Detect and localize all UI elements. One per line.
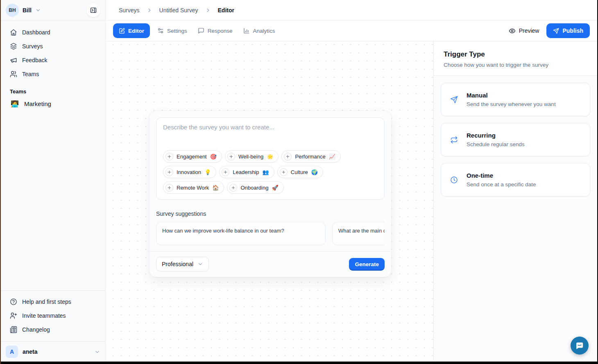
chip-emoji: 🚀	[272, 185, 278, 190]
home-icon	[10, 29, 17, 36]
panel-title: Trigger Type	[444, 50, 587, 59]
megaphone-icon	[10, 57, 17, 64]
send-icon	[553, 28, 559, 34]
chip-well-being[interactable]: Well-being 🌟	[225, 150, 279, 163]
preview-button[interactable]: Preview	[509, 27, 539, 34]
plus-icon	[222, 168, 229, 176]
tab-label: Editor	[128, 28, 144, 34]
help-circle-icon	[10, 298, 17, 305]
users-icon	[10, 70, 17, 78]
composer-footer: Professional Generate	[150, 251, 391, 277]
sidebar-spacer	[1, 111, 105, 290]
sidebar-item-label: Changelog	[22, 326, 50, 333]
sidebar: BH Bill Dashboard	[1, 0, 106, 362]
message-square-icon	[198, 27, 204, 34]
chip-label: Well-being	[238, 154, 263, 160]
plus-icon	[229, 184, 237, 192]
generate-button[interactable]: Generate	[349, 258, 385, 271]
chip-culture[interactable]: Culture 🌍	[277, 166, 323, 178]
trigger-options: Manual Send the survey whenever you want…	[434, 76, 597, 210]
suggestion-card[interactable]: How can we improve work-life balance in …	[156, 222, 326, 245]
chip-label: Engagement	[177, 154, 207, 160]
plus-icon	[227, 153, 235, 161]
chip-performance[interactable]: Performance 📈	[281, 150, 341, 163]
trigger-option-title: One-time	[467, 172, 536, 179]
sidebar-item-teams[interactable]: Teams	[6, 67, 100, 81]
suggestions-row: How can we improve work-life balance in …	[156, 222, 385, 245]
chip-engagement[interactable]: Engagement 🎯	[163, 150, 222, 163]
plus-icon	[165, 153, 173, 161]
chevron-down-icon	[35, 7, 41, 13]
tab-settings[interactable]: Settings	[154, 23, 190, 38]
chip-label: Remote Work	[177, 185, 209, 191]
team-emoji: 🧑‍💻	[11, 101, 19, 107]
chevron-down-icon	[197, 261, 203, 267]
chip-innovation[interactable]: Innovation 💡	[163, 166, 216, 178]
breadcrumb-untitled-survey[interactable]: Untitled Survey	[159, 7, 198, 14]
breadcrumb-editor: Editor	[218, 7, 234, 14]
account-menu[interactable]: A aneta	[1, 341, 105, 362]
tab-editor[interactable]: Editor	[113, 23, 150, 38]
editor-canvas[interactable]: Engagement 🎯 Well-being 🌟	[106, 41, 433, 362]
publish-button[interactable]: Publish	[546, 23, 590, 38]
plus-icon	[284, 153, 292, 161]
trigger-option-one-time[interactable]: One-time Send once at a specific date	[441, 163, 590, 197]
workspace-switcher[interactable]: BH Bill	[6, 4, 41, 17]
sidebar-item-invite[interactable]: Invite teammates	[6, 309, 100, 323]
trigger-option-description: Send the survey whenever you want	[467, 101, 556, 107]
chat-launcher-button[interactable]	[571, 337, 589, 355]
sidebar-item-label: Invite teammates	[22, 312, 66, 319]
account-name: aneta	[23, 348, 38, 355]
trigger-type-panel: Trigger Type Choose how you want to trig…	[433, 41, 597, 362]
teams-section-label: Teams	[1, 81, 105, 97]
trigger-option-manual[interactable]: Manual Send the survey whenever you want	[441, 83, 590, 116]
layers-icon	[10, 43, 17, 50]
suggestions-title: Survey suggestions	[156, 210, 385, 217]
sidebar-item-label: Dashboard	[22, 29, 50, 36]
chip-label: Culture	[291, 169, 308, 175]
repeat-icon	[450, 136, 458, 144]
tab-label: Response	[208, 28, 233, 34]
chip-onboarding[interactable]: Onboarding 🚀	[227, 181, 283, 194]
sidebar-item-help[interactable]: Help and first steps	[6, 295, 100, 309]
preview-label: Preview	[519, 27, 539, 34]
tone-value: Professional	[162, 261, 193, 267]
workarea: Engagement 🎯 Well-being 🌟	[106, 41, 597, 362]
trigger-option-title: Manual	[467, 92, 556, 99]
topic-chips: Engagement 🎯 Well-being 🌟	[163, 150, 378, 194]
tab-response[interactable]: Response	[195, 23, 236, 38]
chip-emoji: 👥	[263, 170, 269, 175]
plus-icon	[165, 168, 173, 176]
chip-emoji: 🏠	[212, 185, 219, 190]
chip-emoji: 💡	[204, 170, 211, 175]
tone-select[interactable]: Professional	[156, 257, 209, 271]
chip-emoji: 📈	[329, 154, 335, 159]
sidebar-collapse-button[interactable]	[86, 3, 100, 17]
panel-subtitle: Choose how you want to trigger the surve…	[444, 62, 587, 68]
tab-analytics[interactable]: Analytics	[240, 23, 279, 38]
chip-remote-work[interactable]: Remote Work 🏠	[163, 181, 224, 194]
trigger-option-description: Send once at a specific date	[467, 181, 536, 188]
tab-label: Settings	[167, 28, 187, 34]
sidebar-header: BH Bill	[1, 0, 105, 20]
prompt-card: Engagement 🎯 Well-being 🌟	[156, 118, 385, 200]
sidebar-item-label: Help and first steps	[22, 298, 71, 305]
sidebar-item-changelog[interactable]: Changelog	[6, 323, 100, 337]
sidebar-item-feedback[interactable]: Feedback	[6, 53, 100, 67]
chip-leadership[interactable]: Leadership 👥	[219, 166, 274, 178]
sidebar-item-surveys[interactable]: Surveys	[6, 39, 100, 53]
trigger-option-description: Schedule regular sends	[467, 141, 525, 147]
eye-icon	[509, 27, 516, 34]
window-edge	[0, 0, 1, 364]
toolbar-actions: Preview Publish	[509, 23, 590, 38]
sliders-icon	[157, 27, 164, 34]
plus-icon	[165, 184, 173, 192]
survey-description-input[interactable]	[163, 124, 378, 150]
sidebar-item-team-marketing[interactable]: 🧑‍💻 Marketing	[6, 97, 100, 111]
suggestion-card[interactable]: What are the main ob	[332, 222, 385, 245]
sidebar-item-dashboard[interactable]: Dashboard	[6, 25, 100, 39]
tab-label: Analytics	[253, 28, 275, 34]
trigger-option-recurring[interactable]: Recurring Schedule regular sends	[441, 123, 590, 156]
breadcrumb-surveys[interactable]: Surveys	[119, 7, 140, 14]
sidebar-nav: Dashboard Surveys Feedback Teams	[1, 20, 105, 81]
